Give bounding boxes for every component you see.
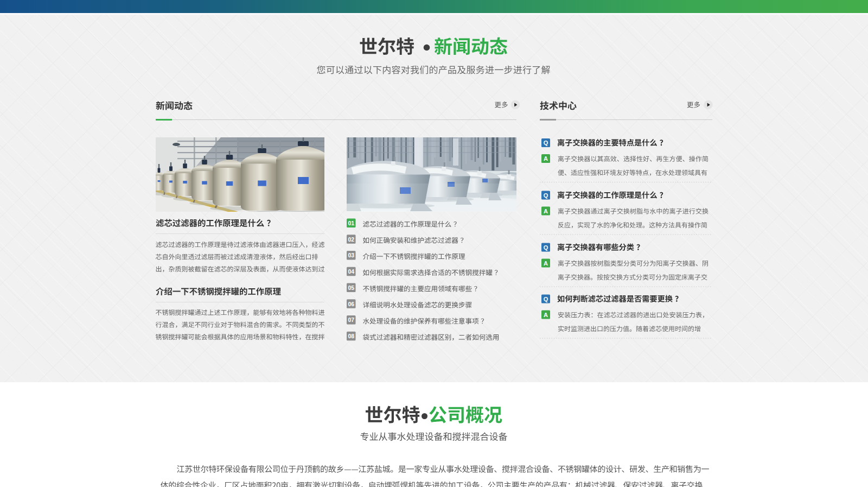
svg-text:05: 05 (348, 284, 354, 291)
svg-text:08: 08 (348, 333, 354, 339)
svg-text:01: 01 (348, 220, 354, 226)
svg-text:Q: Q (544, 244, 548, 251)
svg-text:07: 07 (348, 317, 354, 323)
svg-text:A: A (544, 155, 548, 162)
svg-text:Q: Q (544, 192, 548, 199)
svg-text:Q: Q (544, 140, 548, 146)
svg-text:A: A (544, 208, 548, 214)
svg-text:04: 04 (348, 268, 354, 275)
svg-text:03: 03 (348, 252, 354, 258)
svg-text:06: 06 (348, 301, 354, 307)
svg-text:02: 02 (348, 236, 354, 243)
svg-text:A: A (544, 312, 548, 318)
svg-text:Q: Q (544, 296, 548, 302)
svg-text:A: A (544, 260, 548, 267)
